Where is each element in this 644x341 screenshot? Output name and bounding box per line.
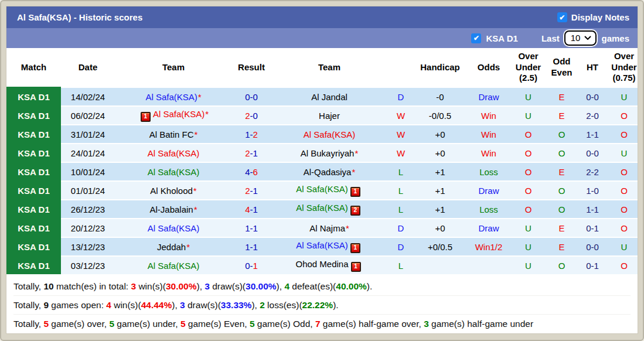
match-row: KSA D114/02/24Al Safa(KSA)*0-0Al JandalD…	[6, 87, 638, 106]
league-cell: KSA D1	[6, 200, 61, 219]
home-score: 2	[245, 111, 250, 121]
col-header-ht: HT	[578, 48, 607, 87]
summary-segment: ),	[172, 300, 180, 310]
display-notes-checkbox[interactable]: ✔	[557, 12, 567, 22]
away-team-name: Al-Qadasiya	[304, 167, 352, 177]
league-filter-checkbox[interactable]: ✔	[471, 33, 481, 43]
league-filter-label: KSA D1	[486, 33, 517, 43]
odds-cell: Win1/2	[466, 237, 511, 256]
summary-segment: 44.44%	[141, 300, 172, 310]
summary-segment: draw(s)(	[185, 300, 221, 310]
wdl-cell: W	[388, 144, 414, 162]
away-team-name: Al Jandal	[311, 92, 347, 102]
summary-segment: win(s)(	[111, 300, 141, 310]
ht-cell: 0-0	[578, 87, 607, 106]
col-header-over-under-25: Over Under (2.5)	[511, 48, 546, 87]
home-team-name: Al Safa(KSA)	[148, 148, 199, 158]
summary-segment: ).	[367, 281, 372, 291]
date-cell: 31/01/24	[61, 125, 115, 144]
away-team-name: Al Safa(KSA)	[296, 203, 347, 213]
odd-even-cell: E	[546, 162, 578, 181]
over-under-075-cell: O	[607, 256, 638, 274]
filter-bar: ✔ KSA D1 Last 10 games	[6, 28, 638, 48]
home-score: 2	[245, 148, 250, 158]
summary-segment: match(es) in total:	[54, 281, 131, 291]
away-team-cell: Al Bukayriyah*	[271, 144, 388, 162]
summary-line: Totally, 9 games open: 4 win(s)(44.44%),…	[13, 295, 631, 314]
summary-segment: Totally,	[13, 300, 43, 310]
over-under-075-cell: U	[607, 237, 638, 256]
away-team-cell: Al Safa(KSA)1	[271, 237, 388, 256]
home-team-cell: Al Batin FC*	[115, 125, 232, 144]
ht-cell: 2-0	[578, 106, 607, 125]
odds-cell: Win	[466, 125, 511, 144]
summary-segment: 7	[315, 319, 321, 329]
odds-cell: Draw	[466, 87, 511, 106]
over-under-25-cell: O	[511, 144, 546, 162]
wdl-cell: W	[388, 106, 414, 125]
summary-segment: 4	[284, 281, 289, 291]
last-games-select[interactable]: 10	[564, 30, 597, 46]
summary-segment: 9	[43, 300, 49, 310]
display-notes-label: Display Notes	[571, 12, 629, 22]
red-card-icon: 1	[350, 187, 360, 197]
summary-segment: Totally,	[13, 319, 43, 329]
home-score: 0	[245, 92, 250, 102]
result-cell: 4-6	[232, 162, 271, 181]
league-cell: KSA D1	[6, 87, 61, 106]
home-team-cell: 1Al Safa(KSA)*	[115, 106, 232, 125]
away-team-cell: Al Safa(KSA)2	[271, 200, 388, 219]
star-marker: *	[352, 167, 355, 177]
league-cell: KSA D1	[6, 125, 61, 144]
away-score: 1	[253, 148, 258, 158]
summary-segment: Totally,	[13, 281, 43, 291]
home-score: 1	[245, 242, 250, 252]
home-team-cell: Jeddah*	[115, 237, 232, 256]
summary-segment: ).	[333, 300, 338, 310]
red-card-icon: 1	[141, 112, 151, 122]
away-score: 1	[253, 261, 258, 271]
away-score: 0	[253, 111, 258, 121]
odd-even-cell: O	[546, 144, 578, 162]
summary-footer: Totally, 10 match(es) in total: 3 win(s)…	[6, 274, 638, 333]
result-cell: 2-1	[232, 181, 271, 200]
odds-cell: Loss	[466, 162, 511, 181]
league-cell: KSA D1	[6, 256, 61, 274]
odd-even-cell: E	[546, 237, 578, 256]
summary-segment: ),	[251, 300, 260, 310]
wdl-cell: L	[388, 162, 414, 181]
table-header-row: Match Date Team Result Team Handicap Odd…	[6, 48, 638, 87]
result-cell: 1-1	[232, 219, 271, 237]
odd-even-cell: E	[546, 219, 578, 237]
summary-segment: 33.33%	[221, 300, 252, 310]
col-header-wdl	[388, 48, 414, 87]
home-team-name: Al Batin FC	[149, 129, 194, 139]
result-cell: 0-0	[232, 87, 271, 106]
home-score: 4	[245, 204, 250, 214]
away-team-cell: Al Safa(KSA)	[271, 125, 388, 144]
col-header-odds: Odds	[466, 48, 511, 87]
home-team-name: Jeddah	[157, 242, 186, 252]
home-score: 0	[245, 261, 250, 271]
summary-segment: 30.00%	[246, 281, 277, 291]
display-notes-control: ✔ Display Notes	[557, 12, 629, 22]
result-cell: 1-1	[232, 237, 271, 256]
summary-segment: ),	[277, 281, 285, 291]
summary-segment: 4	[106, 300, 111, 310]
over-under-075-cell: O	[607, 181, 638, 200]
date-cell: 20/12/23	[61, 219, 115, 237]
title-bar: Al Safa(KSA) - Historic scores ✔ Display…	[6, 6, 638, 28]
over-under-25-cell: U	[511, 219, 546, 237]
red-card-icon: 1	[350, 243, 360, 253]
historic-scores-panel: Al Safa(KSA) - Historic scores ✔ Display…	[6, 6, 638, 334]
league-cell: KSA D1	[6, 237, 61, 256]
odds-cell: Win	[466, 106, 511, 125]
home-team-cell: Al Safa(KSA)	[115, 162, 232, 181]
summary-segment: draw(s)(	[210, 281, 246, 291]
home-team-cell: Al Kholood*	[115, 181, 232, 200]
summary-segment: 22.22%	[302, 300, 333, 310]
home-score: 1	[245, 223, 250, 233]
league-cell: KSA D1	[6, 162, 61, 181]
over-under-075-cell: O	[607, 106, 638, 125]
over-under-075-cell: O	[607, 162, 638, 181]
